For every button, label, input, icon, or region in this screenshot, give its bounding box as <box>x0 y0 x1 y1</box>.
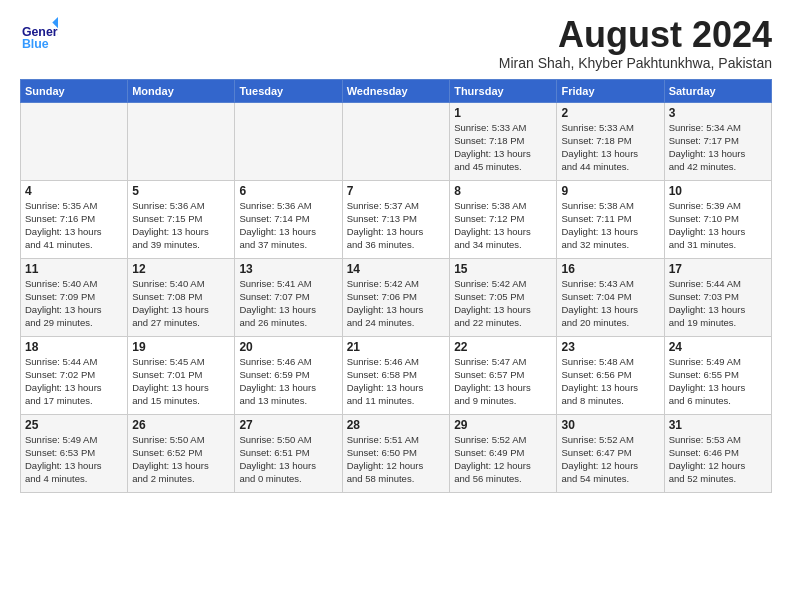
day-number: 7 <box>347 184 445 198</box>
day-info: Sunrise: 5:46 AM Sunset: 6:59 PM Dayligh… <box>239 355 337 408</box>
day-info: Sunrise: 5:47 AM Sunset: 6:57 PM Dayligh… <box>454 355 552 408</box>
day-number: 17 <box>669 262 767 276</box>
calendar-cell: 6Sunrise: 5:36 AM Sunset: 7:14 PM Daylig… <box>235 180 342 258</box>
day-info: Sunrise: 5:44 AM Sunset: 7:03 PM Dayligh… <box>669 277 767 330</box>
day-number: 4 <box>25 184 123 198</box>
day-info: Sunrise: 5:49 AM Sunset: 6:55 PM Dayligh… <box>669 355 767 408</box>
day-number: 24 <box>669 340 767 354</box>
day-number: 14 <box>347 262 445 276</box>
calendar-cell <box>342 102 449 180</box>
calendar-cell: 27Sunrise: 5:50 AM Sunset: 6:51 PM Dayli… <box>235 414 342 492</box>
day-info: Sunrise: 5:41 AM Sunset: 7:07 PM Dayligh… <box>239 277 337 330</box>
day-number: 20 <box>239 340 337 354</box>
day-number: 8 <box>454 184 552 198</box>
calendar-cell: 15Sunrise: 5:42 AM Sunset: 7:05 PM Dayli… <box>450 258 557 336</box>
calendar-row: 4Sunrise: 5:35 AM Sunset: 7:16 PM Daylig… <box>21 180 772 258</box>
calendar-cell: 7Sunrise: 5:37 AM Sunset: 7:13 PM Daylig… <box>342 180 449 258</box>
day-number: 23 <box>561 340 659 354</box>
day-info: Sunrise: 5:50 AM Sunset: 6:52 PM Dayligh… <box>132 433 230 486</box>
calendar-row: 11Sunrise: 5:40 AM Sunset: 7:09 PM Dayli… <box>21 258 772 336</box>
day-number: 2 <box>561 106 659 120</box>
calendar-cell: 31Sunrise: 5:53 AM Sunset: 6:46 PM Dayli… <box>664 414 771 492</box>
day-number: 6 <box>239 184 337 198</box>
day-number: 28 <box>347 418 445 432</box>
calendar-cell: 12Sunrise: 5:40 AM Sunset: 7:08 PM Dayli… <box>128 258 235 336</box>
day-number: 1 <box>454 106 552 120</box>
day-number: 9 <box>561 184 659 198</box>
day-info: Sunrise: 5:38 AM Sunset: 7:12 PM Dayligh… <box>454 199 552 252</box>
day-number: 19 <box>132 340 230 354</box>
calendar-cell: 8Sunrise: 5:38 AM Sunset: 7:12 PM Daylig… <box>450 180 557 258</box>
day-number: 15 <box>454 262 552 276</box>
day-number: 16 <box>561 262 659 276</box>
day-info: Sunrise: 5:52 AM Sunset: 6:49 PM Dayligh… <box>454 433 552 486</box>
calendar-cell: 2Sunrise: 5:33 AM Sunset: 7:18 PM Daylig… <box>557 102 664 180</box>
day-number: 13 <box>239 262 337 276</box>
title-block: August 2024 Miran Shah, Khyber Pakhtunkh… <box>499 15 772 71</box>
weekday-header-wednesday: Wednesday <box>342 79 449 102</box>
calendar-cell: 20Sunrise: 5:46 AM Sunset: 6:59 PM Dayli… <box>235 336 342 414</box>
calendar-cell: 10Sunrise: 5:39 AM Sunset: 7:10 PM Dayli… <box>664 180 771 258</box>
day-info: Sunrise: 5:45 AM Sunset: 7:01 PM Dayligh… <box>132 355 230 408</box>
day-number: 10 <box>669 184 767 198</box>
day-number: 29 <box>454 418 552 432</box>
calendar-cell: 3Sunrise: 5:34 AM Sunset: 7:17 PM Daylig… <box>664 102 771 180</box>
calendar-row: 18Sunrise: 5:44 AM Sunset: 7:02 PM Dayli… <box>21 336 772 414</box>
calendar-cell: 21Sunrise: 5:46 AM Sunset: 6:58 PM Dayli… <box>342 336 449 414</box>
calendar-cell: 30Sunrise: 5:52 AM Sunset: 6:47 PM Dayli… <box>557 414 664 492</box>
day-info: Sunrise: 5:49 AM Sunset: 6:53 PM Dayligh… <box>25 433 123 486</box>
weekday-row: SundayMondayTuesdayWednesdayThursdayFrid… <box>21 79 772 102</box>
calendar-cell: 17Sunrise: 5:44 AM Sunset: 7:03 PM Dayli… <box>664 258 771 336</box>
day-info: Sunrise: 5:40 AM Sunset: 7:08 PM Dayligh… <box>132 277 230 330</box>
day-info: Sunrise: 5:35 AM Sunset: 7:16 PM Dayligh… <box>25 199 123 252</box>
calendar-cell: 22Sunrise: 5:47 AM Sunset: 6:57 PM Dayli… <box>450 336 557 414</box>
calendar-cell: 14Sunrise: 5:42 AM Sunset: 7:06 PM Dayli… <box>342 258 449 336</box>
day-info: Sunrise: 5:50 AM Sunset: 6:51 PM Dayligh… <box>239 433 337 486</box>
calendar-cell: 29Sunrise: 5:52 AM Sunset: 6:49 PM Dayli… <box>450 414 557 492</box>
day-number: 18 <box>25 340 123 354</box>
calendar-cell: 4Sunrise: 5:35 AM Sunset: 7:16 PM Daylig… <box>21 180 128 258</box>
calendar-row: 25Sunrise: 5:49 AM Sunset: 6:53 PM Dayli… <box>21 414 772 492</box>
calendar-cell <box>128 102 235 180</box>
calendar-cell: 28Sunrise: 5:51 AM Sunset: 6:50 PM Dayli… <box>342 414 449 492</box>
day-info: Sunrise: 5:37 AM Sunset: 7:13 PM Dayligh… <box>347 199 445 252</box>
day-number: 11 <box>25 262 123 276</box>
calendar-cell <box>235 102 342 180</box>
day-info: Sunrise: 5:53 AM Sunset: 6:46 PM Dayligh… <box>669 433 767 486</box>
day-info: Sunrise: 5:36 AM Sunset: 7:15 PM Dayligh… <box>132 199 230 252</box>
calendar-table: SundayMondayTuesdayWednesdayThursdayFrid… <box>20 79 772 493</box>
calendar-cell: 19Sunrise: 5:45 AM Sunset: 7:01 PM Dayli… <box>128 336 235 414</box>
day-info: Sunrise: 5:33 AM Sunset: 7:18 PM Dayligh… <box>561 121 659 174</box>
location-subtitle: Miran Shah, Khyber Pakhtunkhwa, Pakistan <box>499 55 772 71</box>
day-number: 3 <box>669 106 767 120</box>
day-info: Sunrise: 5:43 AM Sunset: 7:04 PM Dayligh… <box>561 277 659 330</box>
day-number: 21 <box>347 340 445 354</box>
day-info: Sunrise: 5:33 AM Sunset: 7:18 PM Dayligh… <box>454 121 552 174</box>
calendar-header: SundayMondayTuesdayWednesdayThursdayFrid… <box>21 79 772 102</box>
day-number: 26 <box>132 418 230 432</box>
weekday-header-sunday: Sunday <box>21 79 128 102</box>
calendar-cell: 18Sunrise: 5:44 AM Sunset: 7:02 PM Dayli… <box>21 336 128 414</box>
svg-text:Blue: Blue <box>22 37 49 51</box>
calendar-cell: 1Sunrise: 5:33 AM Sunset: 7:18 PM Daylig… <box>450 102 557 180</box>
weekday-header-tuesday: Tuesday <box>235 79 342 102</box>
day-info: Sunrise: 5:52 AM Sunset: 6:47 PM Dayligh… <box>561 433 659 486</box>
calendar-cell: 13Sunrise: 5:41 AM Sunset: 7:07 PM Dayli… <box>235 258 342 336</box>
weekday-header-monday: Monday <box>128 79 235 102</box>
day-info: Sunrise: 5:46 AM Sunset: 6:58 PM Dayligh… <box>347 355 445 408</box>
calendar-cell: 24Sunrise: 5:49 AM Sunset: 6:55 PM Dayli… <box>664 336 771 414</box>
day-number: 22 <box>454 340 552 354</box>
day-info: Sunrise: 5:51 AM Sunset: 6:50 PM Dayligh… <box>347 433 445 486</box>
logo: General Blue <box>20 15 62 53</box>
logo-icon: General Blue <box>20 15 58 53</box>
calendar-cell: 5Sunrise: 5:36 AM Sunset: 7:15 PM Daylig… <box>128 180 235 258</box>
day-info: Sunrise: 5:36 AM Sunset: 7:14 PM Dayligh… <box>239 199 337 252</box>
day-number: 27 <box>239 418 337 432</box>
day-number: 31 <box>669 418 767 432</box>
day-info: Sunrise: 5:38 AM Sunset: 7:11 PM Dayligh… <box>561 199 659 252</box>
calendar-cell: 11Sunrise: 5:40 AM Sunset: 7:09 PM Dayli… <box>21 258 128 336</box>
calendar-cell <box>21 102 128 180</box>
day-info: Sunrise: 5:39 AM Sunset: 7:10 PM Dayligh… <box>669 199 767 252</box>
calendar-row: 1Sunrise: 5:33 AM Sunset: 7:18 PM Daylig… <box>21 102 772 180</box>
day-info: Sunrise: 5:48 AM Sunset: 6:56 PM Dayligh… <box>561 355 659 408</box>
